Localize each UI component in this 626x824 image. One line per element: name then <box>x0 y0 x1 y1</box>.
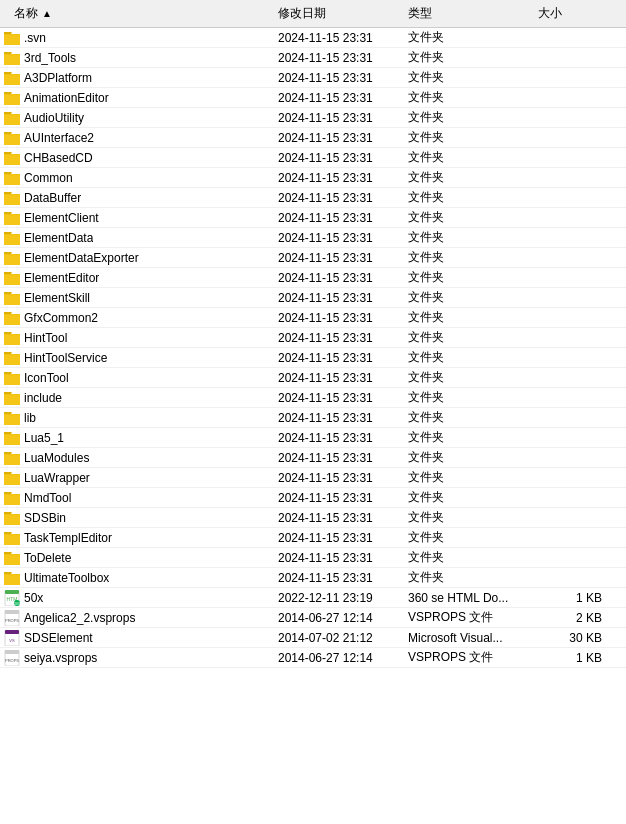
svg-rect-94 <box>4 495 20 505</box>
file-size-cell <box>530 357 610 359</box>
table-row[interactable]: 3rd_Tools 2024-11-15 23:31 文件夹 <box>0 48 626 68</box>
file-size-cell: 2 KB <box>530 610 610 626</box>
table-row[interactable]: UltimateToolbox 2024-11-15 23:31 文件夹 <box>0 568 626 588</box>
table-row[interactable]: Lua5_1 2024-11-15 23:31 文件夹 <box>0 428 626 448</box>
folder-icon <box>4 171 20 185</box>
svg-rect-66 <box>4 355 20 365</box>
table-row[interactable]: TaskTemplEditor 2024-11-15 23:31 文件夹 <box>0 528 626 548</box>
file-date-cell: 2024-11-15 23:31 <box>270 350 400 366</box>
folder-icon <box>4 131 20 145</box>
folder-icon <box>4 271 20 285</box>
file-name-text: Lua5_1 <box>24 431 64 445</box>
props-file-icon: PROPS <box>4 610 20 626</box>
svg-marker-11 <box>4 72 12 74</box>
table-row[interactable]: HTM 360 50x 2022-12-11 23:19 360 se HTML… <box>0 588 626 608</box>
table-row[interactable]: ElementClient 2024-11-15 23:31 文件夹 <box>0 208 626 228</box>
file-name-text: A3DPlatform <box>24 71 92 85</box>
table-row[interactable]: LuaWrapper 2024-11-15 23:31 文件夹 <box>0 468 626 488</box>
folder-icon <box>4 231 20 245</box>
file-name-text: LuaWrapper <box>24 471 90 485</box>
svg-marker-27 <box>4 152 12 154</box>
folder-icon <box>4 371 20 385</box>
file-name-cell: .svn <box>0 30 270 46</box>
file-name-cell: LuaWrapper <box>0 470 270 486</box>
file-date-cell: 2024-11-15 23:31 <box>270 310 400 326</box>
svg-marker-107 <box>4 552 12 554</box>
svg-marker-99 <box>4 512 12 514</box>
table-row[interactable]: NmdTool 2024-11-15 23:31 文件夹 <box>0 488 626 508</box>
type-column-label: 类型 <box>408 5 432 22</box>
svg-marker-103 <box>4 532 12 534</box>
file-size-cell <box>530 317 610 319</box>
file-name-text: ToDelete <box>24 551 71 565</box>
svg-rect-10 <box>4 75 20 85</box>
table-row[interactable]: HintTool 2024-11-15 23:31 文件夹 <box>0 328 626 348</box>
file-name-cell: PROPS seiya.vsprops <box>0 649 270 667</box>
table-row[interactable]: GfxCommon2 2024-11-15 23:31 文件夹 <box>0 308 626 328</box>
file-size-cell <box>530 257 610 259</box>
file-type-cell: 文件夹 <box>400 228 530 247</box>
table-row[interactable]: ToDelete 2024-11-15 23:31 文件夹 <box>0 548 626 568</box>
file-type-cell: 文件夹 <box>400 68 530 87</box>
file-name-cell: ToDelete <box>0 550 270 566</box>
svg-text:360: 360 <box>14 601 20 606</box>
table-row[interactable]: DataBuffer 2024-11-15 23:31 文件夹 <box>0 188 626 208</box>
file-type-cell: 文件夹 <box>400 488 530 507</box>
file-name-cell: ElementData <box>0 230 270 246</box>
table-row[interactable]: .svn 2024-11-15 23:31 文件夹 <box>0 28 626 48</box>
table-row[interactable]: ElementSkill 2024-11-15 23:31 文件夹 <box>0 288 626 308</box>
table-row[interactable]: include 2024-11-15 23:31 文件夹 <box>0 388 626 408</box>
file-date-cell: 2024-11-15 23:31 <box>270 410 400 426</box>
file-type-cell: 文件夹 <box>400 148 530 167</box>
table-row[interactable]: HintToolService 2024-11-15 23:31 文件夹 <box>0 348 626 368</box>
table-row[interactable]: A3DPlatform 2024-11-15 23:31 文件夹 <box>0 68 626 88</box>
file-type-cell: 文件夹 <box>400 108 530 127</box>
table-row[interactable]: ElementEditor 2024-11-15 23:31 文件夹 <box>0 268 626 288</box>
type-column-header[interactable]: 类型 <box>400 3 530 24</box>
file-type-cell: VSPROPS 文件 <box>400 648 530 667</box>
file-type-cell: 文件夹 <box>400 348 530 367</box>
file-name-text: GfxCommon2 <box>24 311 98 325</box>
file-type-cell: 文件夹 <box>400 328 530 347</box>
table-row[interactable]: ElementData 2024-11-15 23:31 文件夹 <box>0 228 626 248</box>
table-row[interactable]: CHBasedCD 2024-11-15 23:31 文件夹 <box>0 148 626 168</box>
table-row[interactable]: lib 2024-11-15 23:31 文件夹 <box>0 408 626 428</box>
table-row[interactable]: Common 2024-11-15 23:31 文件夹 <box>0 168 626 188</box>
file-name-cell: AudioUtility <box>0 110 270 126</box>
date-column-header[interactable]: 修改日期 <box>270 3 400 24</box>
svg-rect-74 <box>4 395 20 405</box>
svg-rect-90 <box>4 475 20 485</box>
table-row[interactable]: VS SDSElement 2014-07-02 21:12 Microsoft… <box>0 628 626 648</box>
name-column-header[interactable]: 名称 ▲ <box>0 3 270 24</box>
table-row[interactable]: AnimationEditor 2024-11-15 23:31 文件夹 <box>0 88 626 108</box>
file-date-cell: 2024-11-15 23:31 <box>270 210 400 226</box>
file-name-cell: 3rd_Tools <box>0 50 270 66</box>
svg-rect-6 <box>4 55 20 65</box>
table-row[interactable]: AUInterface2 2024-11-15 23:31 文件夹 <box>0 128 626 148</box>
svg-rect-78 <box>4 415 20 425</box>
table-row[interactable]: IconTool 2024-11-15 23:31 文件夹 <box>0 368 626 388</box>
svg-rect-62 <box>4 335 20 345</box>
table-row[interactable]: PROPS seiya.vsprops 2014-06-27 12:14 VSP… <box>0 648 626 668</box>
file-type-cell: 文件夹 <box>400 428 530 447</box>
table-row[interactable]: SDSBin 2024-11-15 23:31 文件夹 <box>0 508 626 528</box>
svg-marker-87 <box>4 452 12 454</box>
svg-rect-118 <box>5 610 19 614</box>
file-name-text: lib <box>24 411 36 425</box>
file-date-cell: 2024-11-15 23:31 <box>270 510 400 526</box>
folder-icon <box>4 391 20 405</box>
file-name-text: NmdTool <box>24 491 71 505</box>
table-row[interactable]: PROPS Angelica2_2.vsprops 2014-06-27 12:… <box>0 608 626 628</box>
html-file-icon: HTM 360 <box>4 590 20 606</box>
file-name-cell: HintToolService <box>0 350 270 366</box>
table-row[interactable]: ElementDataExporter 2024-11-15 23:31 文件夹 <box>0 248 626 268</box>
svg-marker-3 <box>4 32 12 34</box>
size-column-header[interactable]: 大小 <box>530 3 610 24</box>
table-row[interactable]: LuaModules 2024-11-15 23:31 文件夹 <box>0 448 626 468</box>
file-size-cell <box>530 177 610 179</box>
vs-file-icon: VS <box>4 630 20 646</box>
file-name-cell: DataBuffer <box>0 190 270 206</box>
table-row[interactable]: AudioUtility 2024-11-15 23:31 文件夹 <box>0 108 626 128</box>
file-date-cell: 2024-11-15 23:31 <box>270 150 400 166</box>
name-column-label: 名称 <box>14 5 38 22</box>
